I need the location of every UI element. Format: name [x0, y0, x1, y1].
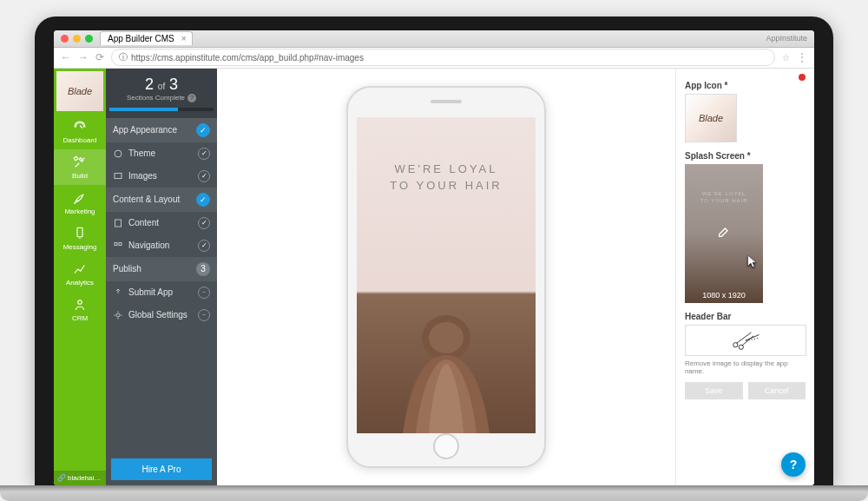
sidebar-item-build[interactable]: Build — [54, 149, 106, 185]
svg-point-10 — [429, 322, 464, 353]
link-icon: 🔗 — [57, 474, 66, 482]
app-logo[interactable]: Blade — [56, 71, 103, 111]
phone-mockup: WE'RE LOYAL TO YOUR HAIR — [346, 86, 546, 468]
phone-screen: WE'RE LOYAL TO YOUR HAIR — [357, 117, 536, 433]
app-icon-label: App Icon * — [685, 81, 806, 90]
splash-screen-preview[interactable]: WE'RE LOYAL TO YOUR HAIR 1080 x 1920 — [685, 164, 763, 303]
rocket-icon — [72, 190, 88, 206]
section-content-layout[interactable]: Content & Layout ✓ — [106, 188, 217, 212]
svg-point-2 — [78, 300, 82, 304]
svg-point-3 — [115, 150, 122, 157]
url-text: https://cms.appinstitute.com/cms/app_bui… — [131, 53, 364, 63]
palette-icon — [113, 148, 123, 159]
progress-header: 2 of 3 Sections Complete ? — [106, 69, 217, 118]
upload-icon — [113, 287, 123, 298]
window-close[interactable] — [61, 35, 69, 43]
check-icon: ✓ — [198, 217, 210, 229]
gear-icon — [113, 310, 123, 320]
properties-panel: App Icon * Blade Splash Screen * WE'RE L… — [675, 69, 814, 485]
back-button[interactable]: ← — [61, 51, 71, 63]
check-icon: ✓ — [196, 193, 210, 207]
gauge-icon — [72, 119, 88, 135]
main-sidebar: Blade Dashboard Build Marketing Messagin… — [54, 69, 106, 485]
header-hint: Remove image to display the app name. — [685, 359, 806, 375]
nav-sub-images[interactable]: Images ✓ — [106, 165, 217, 188]
secure-icon: ⓘ — [119, 51, 128, 63]
pending-icon: − — [198, 287, 210, 299]
svg-point-8 — [116, 313, 120, 317]
sidebar-item-messaging[interactable]: Messaging — [54, 221, 106, 256]
count-badge: 3 — [196, 262, 210, 276]
help-icon: ? — [790, 458, 798, 471]
sidebar-item-analytics[interactable]: Analytics — [54, 256, 106, 292]
laptop-frame: MacBook App Builder CMS × AppInstitute ←… — [35, 16, 833, 485]
chart-icon — [72, 261, 88, 277]
section-app-appearance[interactable]: App Appearance ✓ — [106, 118, 217, 142]
svg-point-1 — [79, 237, 81, 239]
sidebar-item-crm[interactable]: CRM — [54, 292, 106, 327]
nav-sub-submit[interactable]: Submit App − — [106, 281, 217, 304]
window-titlebar: App Builder CMS × AppInstitute — [54, 30, 814, 48]
nav-sub-content[interactable]: Content ✓ — [106, 212, 217, 234]
cancel-button[interactable]: Cancel — [748, 382, 806, 399]
progress-total: 3 — [169, 76, 178, 93]
browser-brand: AppInstitute — [766, 34, 807, 43]
header-bar-label: Header Bar — [685, 312, 806, 321]
cursor-icon — [746, 254, 760, 272]
nav-sub-global[interactable]: Global Settings − — [106, 304, 217, 326]
splash-text: WE'RE LOYAL TO YOUR HAIR — [390, 161, 502, 194]
svg-rect-0 — [77, 227, 82, 237]
reload-button[interactable]: ⟳ — [95, 51, 104, 63]
phone-icon — [72, 226, 88, 241]
screen: App Builder CMS × AppInstitute ← → ⟳ ⓘ h… — [54, 30, 814, 485]
splash-image — [368, 277, 524, 433]
info-icon[interactable]: ? — [187, 94, 196, 102]
sidebar-item-marketing[interactable]: Marketing — [54, 185, 106, 221]
window-zoom[interactable] — [85, 35, 93, 43]
browser-toolbar: ← → ⟳ ⓘ https://cms.appinstitute.com/cms… — [54, 48, 814, 69]
content-icon — [113, 218, 123, 228]
header-bar-preview[interactable] — [685, 325, 806, 356]
sidebar-item-dashboard[interactable]: Dashboard — [54, 114, 106, 149]
user-icon — [72, 297, 88, 313]
tools-icon — [72, 155, 88, 170]
progress-bar — [109, 108, 214, 111]
sidebar-footer[interactable]: 🔗 bladehai… — [54, 471, 106, 485]
tab-close-icon[interactable]: × — [181, 34, 187, 43]
hire-pro-button[interactable]: Hire A Pro — [111, 458, 212, 480]
check-icon: ✓ — [198, 148, 210, 160]
section-publish[interactable]: Publish 3 — [106, 257, 217, 281]
preview-canvas: WE'RE LOYAL TO YOUR HAIR — [217, 69, 675, 485]
app-icon-preview[interactable]: Blade — [685, 94, 737, 142]
browser-tab[interactable]: App Builder CMS × — [100, 31, 193, 45]
app-body: Blade Dashboard Build Marketing Messagin… — [54, 69, 814, 485]
tab-title: App Builder CMS — [108, 34, 174, 43]
menu-icon[interactable]: ⋮ — [797, 51, 807, 63]
bookmark-icon[interactable]: ☆ — [782, 53, 790, 63]
svg-rect-6 — [115, 242, 117, 245]
nav-sub-theme[interactable]: Theme ✓ — [106, 142, 217, 165]
record-indicator — [799, 74, 806, 81]
scissors-comb-icon — [728, 329, 763, 352]
laptop-brand: MacBook — [415, 490, 454, 498]
build-nav-panel: 2 of 3 Sections Complete ? App Appearanc… — [106, 69, 217, 485]
edit-icon[interactable] — [717, 225, 731, 241]
check-icon: ✓ — [198, 240, 210, 252]
url-field[interactable]: ⓘ https://cms.appinstitute.com/cms/app_b… — [111, 49, 775, 66]
pending-icon: − — [198, 309, 210, 321]
forward-button[interactable]: → — [78, 51, 89, 63]
svg-rect-4 — [115, 173, 122, 178]
splash-screen-label: Splash Screen * — [685, 151, 806, 161]
progress-current: 2 — [145, 76, 154, 93]
splash-dimensions: 1080 x 1920 — [685, 291, 763, 300]
svg-rect-7 — [119, 242, 122, 245]
check-icon: ✓ — [198, 170, 210, 182]
window-minimize[interactable] — [73, 35, 81, 43]
save-button[interactable]: Save — [685, 382, 743, 399]
help-button[interactable]: ? — [781, 452, 806, 477]
nav-icon — [113, 241, 123, 251]
svg-rect-5 — [115, 220, 122, 227]
check-icon: ✓ — [196, 123, 210, 137]
nav-sub-navigation[interactable]: Navigation ✓ — [106, 234, 217, 257]
image-icon — [113, 171, 123, 181]
